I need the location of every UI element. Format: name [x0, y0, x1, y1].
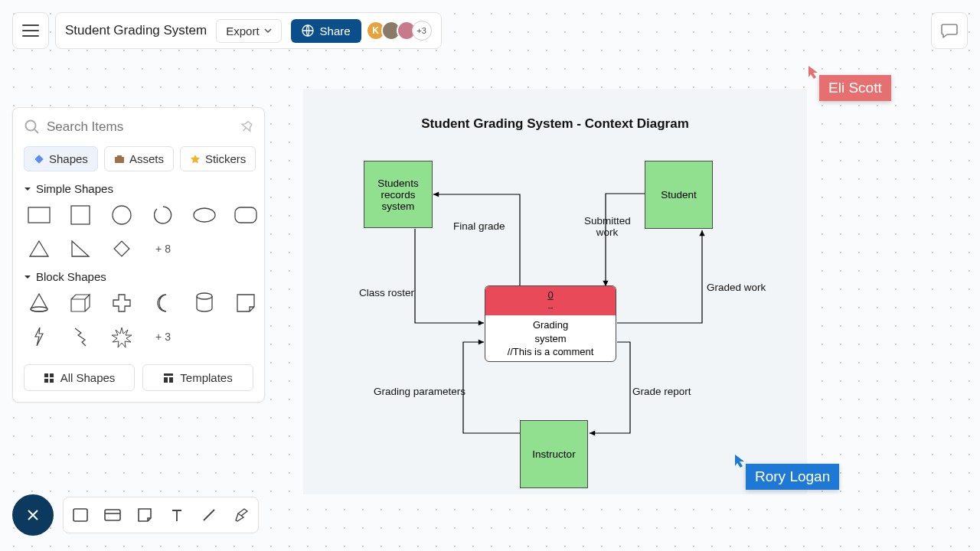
shape-rectangle[interactable]	[24, 203, 54, 227]
more-simple[interactable]: + 8	[148, 236, 178, 261]
shape-right-triangle[interactable]	[65, 236, 96, 261]
cursor-icon	[807, 64, 821, 80]
speech-bubble-icon	[940, 22, 959, 39]
chevron-down-icon	[24, 274, 31, 280]
section-title: Simple Shapes	[36, 182, 113, 195]
chevron-down-icon	[24, 186, 31, 192]
shape-circle[interactable]	[106, 203, 137, 227]
svg-rect-4	[117, 155, 122, 157]
shape-square[interactable]	[65, 203, 96, 227]
edge-label-submitted-work: Submitted work	[584, 215, 630, 238]
tab-stickers[interactable]: Stickers	[180, 146, 256, 171]
briefcase-icon	[114, 154, 125, 165]
menu-button[interactable]	[12, 12, 49, 49]
close-panel-button[interactable]	[12, 494, 54, 536]
svg-rect-14	[50, 373, 54, 377]
all-shapes-button[interactable]: All Shapes	[24, 364, 135, 391]
comments-button[interactable]	[931, 12, 968, 49]
cursor-rory: Rory Logan	[735, 455, 839, 490]
button-label: All Shapes	[60, 371, 116, 384]
tab-assets[interactable]: Assets	[104, 146, 174, 171]
shape-diamond[interactable]	[106, 236, 137, 261]
cursor-label: Eli Scott	[819, 75, 891, 101]
shape-folded-corner[interactable]	[230, 291, 261, 315]
shape-ellipse[interactable]	[189, 203, 220, 227]
share-button[interactable]: Share	[291, 19, 361, 43]
top-bar: Student Grading System Export Share K +3	[12, 12, 442, 49]
svg-rect-17	[164, 373, 173, 376]
edge-label-grade-report: Grade report	[632, 386, 691, 397]
chevron-down-icon	[264, 28, 272, 33]
shape-cylinder[interactable]	[189, 291, 220, 315]
cursor-label: Rory Logan	[746, 464, 839, 490]
hamburger-icon	[22, 24, 39, 37]
shape-cube[interactable]	[65, 291, 96, 315]
search-icon	[24, 119, 41, 135]
svg-rect-19	[169, 377, 173, 383]
edge-label-final-grade: Final grade	[453, 220, 505, 232]
node-body: Grading system //This is a comment // --…	[485, 315, 616, 362]
diamond-icon	[34, 154, 44, 165]
edge-label-grading-params: Grading parameters	[374, 386, 466, 397]
tool-pen[interactable]	[232, 506, 250, 524]
shape-burst[interactable]	[106, 324, 137, 349]
tool-sticky-note[interactable]	[136, 506, 154, 524]
tool-rectangle[interactable]	[71, 506, 90, 524]
shape-triangle[interactable]	[24, 236, 54, 261]
tool-line[interactable]	[200, 506, 218, 524]
node-instructor[interactable]: Instructor	[520, 420, 588, 488]
svg-rect-20	[74, 509, 87, 521]
tab-shapes[interactable]: Shapes	[24, 146, 98, 171]
svg-point-11	[31, 307, 47, 311]
svg-point-8	[194, 208, 215, 222]
svg-rect-6	[71, 206, 90, 224]
svg-rect-16	[50, 379, 54, 383]
svg-point-7	[113, 206, 131, 224]
globe-icon	[302, 24, 314, 37]
tab-label: Assets	[129, 152, 164, 165]
section-title: Block Shapes	[36, 270, 106, 283]
templates-button[interactable]: Templates	[142, 364, 253, 391]
collaborator-avatars[interactable]: K +3	[371, 21, 432, 41]
close-icon	[25, 507, 41, 523]
button-label: Templates	[180, 371, 232, 384]
share-label: Share	[320, 24, 351, 37]
node-grading-system[interactable]: 0 -- Grading system //This is a comment …	[485, 285, 616, 362]
section-block-shapes[interactable]: Block Shapes	[24, 270, 253, 283]
pin-icon[interactable]	[240, 120, 253, 134]
shape-cone[interactable]	[24, 291, 54, 315]
more-block[interactable]: + 3	[148, 324, 178, 349]
shape-rounded-rect[interactable]	[230, 203, 261, 227]
shape-lightning[interactable]	[24, 324, 54, 349]
cursor-icon	[733, 453, 747, 468]
tab-label: Shapes	[49, 152, 88, 165]
tool-card[interactable]	[103, 506, 122, 524]
star-icon	[190, 154, 201, 165]
shape-bolt[interactable]	[65, 324, 96, 349]
node-header: 0 --	[485, 286, 616, 315]
avatar-more[interactable]: +3	[412, 21, 432, 41]
layout-icon	[163, 373, 174, 383]
document-title[interactable]: Student Grading System	[65, 23, 207, 38]
svg-rect-5	[28, 207, 50, 223]
svg-rect-2	[34, 155, 43, 163]
svg-rect-21	[105, 510, 120, 520]
edge-label-graded-work: Graded work	[707, 282, 766, 293]
diagram-canvas[interactable]: Student Grading System - Context Diagram…	[303, 89, 807, 494]
tool-text[interactable]	[168, 506, 186, 524]
shape-cross[interactable]	[106, 291, 137, 315]
node-records-system[interactable]: Students records system	[364, 161, 433, 228]
svg-rect-9	[235, 207, 256, 223]
export-button[interactable]: Export	[216, 19, 281, 43]
shape-arc[interactable]	[148, 203, 178, 227]
shapes-panel: Shapes Assets Stickers Simple Shapes + 8…	[12, 107, 265, 403]
node-student[interactable]: Student	[645, 161, 713, 229]
section-simple-shapes[interactable]: Simple Shapes	[24, 182, 253, 195]
svg-point-1	[26, 121, 36, 131]
export-label: Export	[226, 24, 259, 37]
shape-crescent[interactable]	[148, 291, 178, 315]
svg-rect-13	[44, 373, 48, 377]
search-input[interactable]	[47, 119, 234, 135]
tab-label: Stickers	[205, 152, 246, 165]
svg-rect-18	[164, 377, 168, 383]
